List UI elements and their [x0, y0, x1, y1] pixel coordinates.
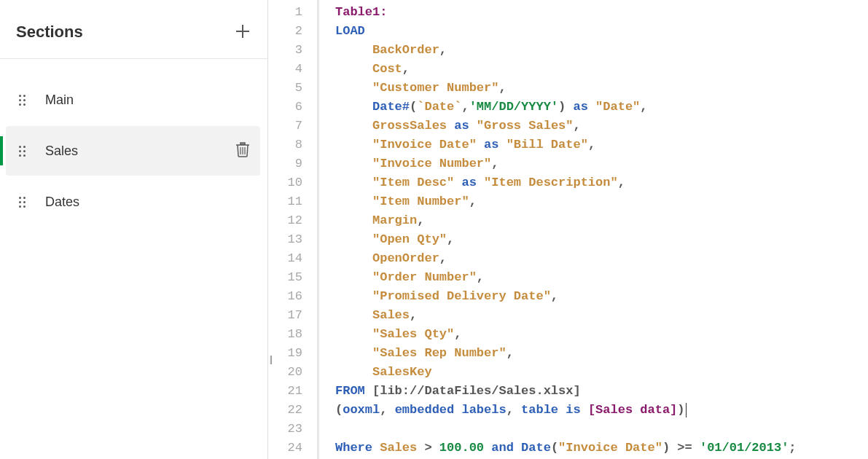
sections-list: MainSalesDates — [0, 59, 267, 227]
line-number: 4 — [268, 60, 302, 79]
line-number: 19 — [268, 344, 302, 363]
resize-handle[interactable]: || — [270, 354, 271, 364]
line-number: 22 — [268, 401, 302, 420]
code-line[interactable]: "Item Desc" as "Item Description", — [335, 173, 797, 192]
section-item-sales[interactable]: Sales — [6, 126, 260, 176]
sidebar: Sections MainSalesDates || — [0, 0, 268, 459]
line-number: 7 — [268, 117, 302, 136]
code-editor[interactable]: 123456789101112131415161718192021222324 … — [268, 0, 868, 459]
line-number: 3 — [268, 41, 302, 60]
line-number: 10 — [268, 173, 302, 192]
code-line[interactable]: "Open Qty", — [335, 230, 797, 249]
line-number: 2 — [268, 22, 302, 41]
line-number: 8 — [268, 136, 302, 154]
code-line[interactable]: SalesKey — [335, 363, 797, 382]
code-line[interactable]: "Invoice Number", — [335, 154, 797, 173]
code-line[interactable]: GrossSales as "Gross Sales", — [335, 117, 797, 136]
line-number: 9 — [268, 154, 302, 173]
line-number: 16 — [268, 287, 302, 306]
add-section-button[interactable] — [234, 22, 251, 42]
line-number: 20 — [268, 363, 302, 382]
code-content[interactable]: Table1:LOAD BackOrder, Cost, "Customer N… — [319, 0, 797, 459]
line-gutter: 123456789101112131415161718192021222324 — [268, 0, 319, 459]
line-number: 23 — [268, 420, 302, 439]
section-label: Sales — [45, 144, 235, 159]
code-line[interactable]: Cost, — [335, 60, 797, 79]
sections-title: Sections — [16, 23, 83, 42]
code-line[interactable]: "Sales Qty", — [335, 325, 797, 344]
code-line[interactable]: Margin, — [335, 211, 797, 230]
code-line[interactable]: "Item Number", — [335, 192, 797, 211]
drag-handle-icon[interactable] — [19, 197, 32, 208]
code-line[interactable]: OpenOrder, — [335, 249, 797, 268]
line-number: 6 — [268, 98, 302, 117]
line-number: 11 — [268, 192, 302, 211]
trash-icon[interactable] — [235, 141, 250, 160]
section-item-main[interactable]: Main — [6, 75, 260, 125]
code-line[interactable]: "Sales Rep Number", — [335, 344, 797, 363]
code-line[interactable]: LOAD — [335, 22, 797, 41]
plus-icon — [235, 24, 250, 39]
line-number: 14 — [268, 249, 302, 268]
section-item-dates[interactable]: Dates — [6, 177, 260, 227]
line-number: 1 — [268, 3, 302, 22]
section-label: Main — [45, 93, 250, 108]
code-line[interactable]: Where Sales > 100.00 and Date("Invoice D… — [335, 439, 797, 458]
drag-handle-icon[interactable] — [19, 95, 32, 106]
section-label: Dates — [45, 195, 250, 210]
code-line[interactable]: BackOrder, — [335, 41, 797, 60]
line-number: 24 — [268, 439, 302, 458]
code-line[interactable]: "Order Number", — [335, 268, 797, 287]
drag-handle-icon[interactable] — [19, 146, 32, 157]
code-line[interactable]: Sales, — [335, 306, 797, 325]
line-number: 13 — [268, 230, 302, 249]
text-cursor — [686, 403, 687, 417]
code-line[interactable]: FROM [lib://DataFiles/Sales.xlsx] — [335, 382, 797, 401]
code-line[interactable]: Date#(`Date`,'MM/DD/YYYY') as "Date", — [335, 98, 797, 117]
line-number: 15 — [268, 268, 302, 287]
code-line[interactable]: "Promised Delivery Date", — [335, 287, 797, 306]
code-line[interactable]: Table1: — [335, 3, 797, 22]
sidebar-header: Sections — [0, 0, 267, 59]
code-line[interactable]: "Customer Number", — [335, 79, 797, 98]
code-line[interactable] — [335, 420, 797, 439]
line-number: 18 — [268, 325, 302, 344]
code-line[interactable]: (ooxml, embedded labels, table is [Sales… — [335, 401, 797, 420]
line-number: 17 — [268, 306, 302, 325]
line-number: 5 — [268, 79, 302, 98]
line-number: 12 — [268, 211, 302, 230]
line-number: 21 — [268, 382, 302, 401]
code-line[interactable]: "Invoice Date" as "Bill Date", — [335, 136, 797, 154]
